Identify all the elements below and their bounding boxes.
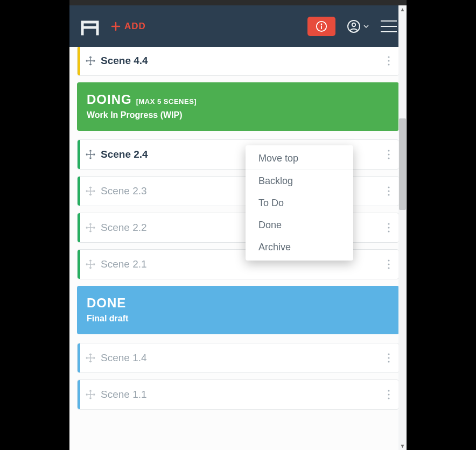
window-top-bar <box>69 0 407 5</box>
svg-point-14 <box>388 223 389 224</box>
kebab-icon <box>388 56 390 66</box>
app-logo[interactable] <box>79 16 101 37</box>
svg-point-24 <box>388 393 389 395</box>
kebab-icon <box>388 353 390 363</box>
card-menu-button[interactable] <box>386 56 392 66</box>
svg-point-20 <box>388 353 389 355</box>
menu-item-archive[interactable]: Archive <box>246 236 353 258</box>
svg-point-7 <box>388 64 389 65</box>
move-icon <box>86 353 95 363</box>
board-content: Scene 4.4 DOING [MAX 5 SCENES] Work In P… <box>69 47 407 450</box>
plus-icon <box>110 21 121 32</box>
svg-point-12 <box>388 190 389 192</box>
move-icon <box>86 259 95 269</box>
svg-point-9 <box>388 153 389 155</box>
svg-point-18 <box>388 263 389 265</box>
card-title: Scene 1.4 <box>101 352 147 364</box>
svg-point-19 <box>388 267 389 269</box>
card-menu-button[interactable] <box>386 150 392 159</box>
card-stripe <box>78 140 80 169</box>
add-button-label: ADD <box>124 21 146 32</box>
move-icon <box>86 150 95 159</box>
scroll-up-arrow[interactable]: ▲ <box>398 5 407 13</box>
svg-point-22 <box>388 361 389 362</box>
move-icon <box>86 186 95 196</box>
top-navbar: ADD <box>69 5 407 47</box>
svg-point-13 <box>388 194 389 195</box>
drag-handle[interactable] <box>86 390 95 399</box>
section-subtitle: Work In Progress (WIP) <box>87 110 389 120</box>
card-stripe <box>78 177 80 206</box>
svg-point-8 <box>388 150 389 151</box>
kebab-icon <box>388 223 390 233</box>
drag-handle[interactable] <box>86 56 95 66</box>
move-icon <box>86 56 95 66</box>
kebab-icon <box>388 186 390 196</box>
svg-point-11 <box>388 186 389 188</box>
card-stripe <box>78 380 80 409</box>
card-menu-button[interactable] <box>386 390 392 399</box>
svg-point-4 <box>352 23 355 26</box>
card-title: Scene 2.1 <box>101 258 147 270</box>
hamburger-line <box>381 31 397 32</box>
card-stripe <box>78 343 80 372</box>
section-note: [MAX 5 SCENES] <box>136 97 197 106</box>
section-subtitle: Final draft <box>87 314 389 324</box>
section-header-doing: DOING [MAX 5 SCENES] Work In Progress (W… <box>77 82 399 131</box>
menu-item-todo[interactable]: To Do <box>246 192 353 214</box>
move-icon <box>86 223 95 233</box>
card-menu-button[interactable] <box>386 186 392 196</box>
scene-card[interactable]: Scene 4.4 <box>77 47 399 76</box>
card-title: Scene 2.4 <box>101 149 148 160</box>
menu-item-move-top[interactable]: Move top <box>246 147 353 170</box>
account-menu-button[interactable] <box>347 20 369 33</box>
card-stripe <box>78 213 80 242</box>
hamburger-menu-button[interactable] <box>381 20 397 32</box>
user-icon <box>347 20 360 33</box>
scroll-down-arrow[interactable]: ▼ <box>398 442 407 450</box>
section-title: DOING <box>87 92 132 107</box>
svg-point-10 <box>388 157 389 159</box>
menu-item-done[interactable]: Done <box>246 214 353 236</box>
drag-handle[interactable] <box>86 223 95 233</box>
menu-item-backlog[interactable]: Backlog <box>246 170 353 192</box>
add-button[interactable]: ADD <box>110 21 146 32</box>
section-title: DONE <box>87 296 126 311</box>
drag-handle[interactable] <box>86 150 95 159</box>
card-menu-button[interactable] <box>386 353 392 363</box>
card-context-menu: Move top Backlog To Do Done Archive <box>246 145 353 261</box>
scene-card[interactable]: Scene 1.4 <box>77 343 399 373</box>
scroll-thumb[interactable] <box>399 118 406 210</box>
hamburger-line <box>381 20 397 22</box>
card-menu-button[interactable] <box>386 259 392 269</box>
svg-point-1 <box>321 23 323 25</box>
info-button[interactable] <box>307 17 335 36</box>
card-title: Scene 2.3 <box>101 185 147 197</box>
svg-point-23 <box>388 390 389 391</box>
svg-point-16 <box>388 230 389 232</box>
logo-icon <box>79 16 101 37</box>
svg-point-17 <box>388 259 389 261</box>
kebab-icon <box>388 150 390 159</box>
kebab-icon <box>388 259 390 269</box>
drag-handle[interactable] <box>86 353 95 363</box>
svg-point-25 <box>388 397 389 399</box>
card-title: Scene 2.2 <box>101 222 147 234</box>
card-stripe <box>78 250 80 279</box>
move-icon <box>86 390 95 399</box>
kebab-icon <box>388 390 390 399</box>
card-title: Scene 4.4 <box>101 55 148 67</box>
vertical-scrollbar[interactable]: ▲ ▼ <box>398 5 407 450</box>
svg-point-5 <box>388 56 389 58</box>
hamburger-line <box>381 26 397 27</box>
svg-rect-2 <box>321 25 322 29</box>
card-stripe <box>78 47 80 75</box>
drag-handle[interactable] <box>86 186 95 196</box>
scene-card[interactable]: Scene 1.1 <box>77 379 399 410</box>
card-title: Scene 1.1 <box>101 389 147 400</box>
card-menu-button[interactable] <box>386 223 392 233</box>
info-icon <box>316 20 327 32</box>
drag-handle[interactable] <box>86 259 95 269</box>
svg-point-6 <box>388 60 389 61</box>
svg-point-15 <box>388 227 389 228</box>
